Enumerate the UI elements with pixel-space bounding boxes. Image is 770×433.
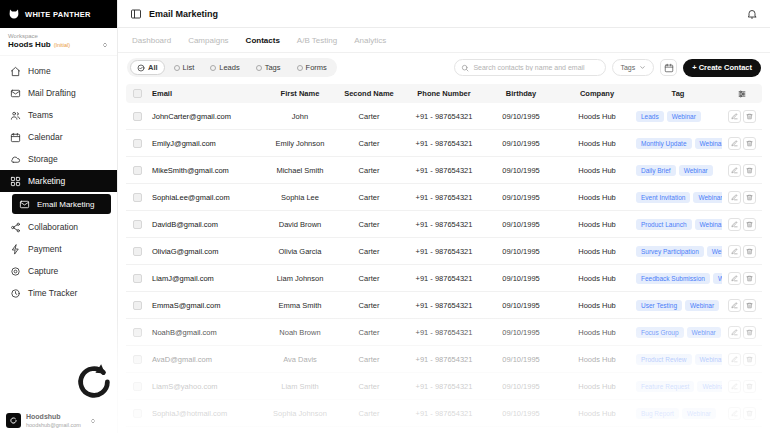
cell-tags: User TestingWebinar — [634, 292, 722, 319]
tag-chip: Webinar — [682, 408, 716, 419]
filter-all[interactable]: All — [130, 60, 165, 75]
cell-email: MikeSmith@gmail.com — [148, 157, 268, 184]
search-input[interactable] — [473, 64, 599, 71]
edit-row-button[interactable] — [728, 218, 741, 231]
sidebar-item-calendar[interactable]: Calendar — [0, 126, 117, 148]
edit-row-button[interactable] — [728, 326, 741, 339]
edit-row-button[interactable] — [728, 407, 741, 420]
filter-forms[interactable]: Forms — [290, 60, 334, 75]
edit-row-button[interactable] — [728, 191, 741, 204]
cell-company: Hoods Hub — [560, 130, 634, 157]
delete-row-button[interactable] — [743, 299, 756, 312]
delete-row-button[interactable] — [743, 245, 756, 258]
sidebar-item-collaboration[interactable]: Collaboration — [0, 216, 117, 238]
edit-row-button[interactable] — [728, 245, 741, 258]
row-checkbox[interactable] — [133, 139, 142, 148]
cell-first-name: Olivia Garcia — [268, 238, 332, 265]
delete-row-button[interactable] — [743, 164, 756, 177]
delete-row-button[interactable] — [743, 191, 756, 204]
row-checkbox[interactable] — [133, 382, 142, 391]
col-second-name[interactable]: Second Name — [332, 84, 406, 103]
delete-row-button[interactable] — [743, 218, 756, 231]
tab-campaigns[interactable]: Campaigns — [188, 36, 228, 45]
row-checkbox[interactable] — [133, 328, 142, 337]
row-checkbox[interactable] — [133, 355, 142, 364]
col-company[interactable]: Company — [560, 84, 634, 103]
sidebar-item-label: Mail Drafting — [28, 88, 76, 98]
edit-row-button[interactable] — [728, 137, 741, 150]
delete-row-button[interactable] — [743, 137, 756, 150]
cell-second-name: Carter — [332, 346, 406, 373]
tab-contacts[interactable]: Contacts — [246, 36, 280, 45]
notifications-bell-icon[interactable] — [746, 8, 758, 20]
tab-analytics[interactable]: Analytics — [354, 36, 386, 45]
delete-row-button[interactable] — [743, 110, 756, 123]
filter-list[interactable]: List — [167, 60, 202, 75]
filter-leads[interactable]: Leads — [203, 60, 246, 75]
workspace-switcher[interactable]: Workspace Hoods Hub (Initial) — [0, 28, 117, 56]
row-checkbox[interactable] — [133, 247, 142, 256]
brand-bar: WHITE PANTHER — [0, 0, 117, 28]
tag-chip: Monthly Update — [636, 138, 692, 149]
col-phone-number[interactable]: Phone Number — [406, 84, 482, 103]
create-contact-button[interactable]: + Create Contact — [683, 59, 761, 77]
col-email[interactable]: Email — [148, 84, 268, 103]
sidebar-item-time-tracker[interactable]: Time Tracker — [0, 282, 117, 304]
delete-row-button[interactable] — [743, 380, 756, 393]
page-title: Email Marketing — [149, 9, 218, 19]
sidebar-item-teams[interactable]: Teams — [0, 104, 117, 126]
cell-second-name: Carter — [332, 238, 406, 265]
calendar-filter-button[interactable] — [660, 59, 677, 76]
row-checkbox[interactable] — [133, 112, 142, 121]
panel-toggle-icon[interactable] — [130, 8, 142, 20]
row-checkbox[interactable] — [133, 409, 142, 418]
tag-chip: Webinar — [687, 327, 721, 338]
sidebar-item-marketing[interactable]: Marketing — [0, 170, 117, 192]
row-checkbox[interactable] — [133, 193, 142, 202]
select-all-checkbox[interactable] — [133, 89, 142, 98]
sidebar-item-home[interactable]: Home — [0, 60, 117, 82]
row-checkbox[interactable] — [133, 220, 142, 229]
col-first-name[interactable]: First Name — [268, 84, 332, 103]
sidebar-item-email-marketing[interactable]: Email Marketing — [12, 194, 111, 214]
cell-phone: +91 - 987654321 — [406, 400, 482, 427]
tags-dropdown[interactable]: Tags — [612, 59, 654, 76]
tag-chip: Webinar — [679, 165, 713, 176]
tag-chip: User Testing — [636, 300, 682, 311]
chevron-updown-icon[interactable] — [89, 417, 97, 425]
col-tag[interactable]: Tag — [634, 84, 722, 103]
sidebar-item-mail-drafting[interactable]: Mail Drafting — [0, 82, 117, 104]
table-row: DavidB@gmail.comDavid BrownCarter+91 - 9… — [126, 211, 762, 238]
row-checkbox[interactable] — [133, 166, 142, 175]
cell-phone: +91 - 987654321 — [406, 373, 482, 400]
delete-row-button[interactable] — [743, 326, 756, 339]
filter-tags[interactable]: Tags — [249, 60, 288, 75]
column-settings-icon[interactable] — [737, 89, 747, 99]
sidebar-item-capture[interactable]: Capture — [0, 260, 117, 282]
edit-row-button[interactable] — [728, 272, 741, 285]
edit-row-button[interactable] — [728, 380, 741, 393]
sidebar-item-storage[interactable]: Storage — [0, 148, 117, 170]
col-birthday[interactable]: Birthday — [482, 84, 560, 103]
delete-row-button[interactable] — [743, 407, 756, 420]
row-checkbox[interactable] — [133, 301, 142, 310]
cell-email: SophiaJ@hotmail.com — [148, 400, 268, 427]
row-checkbox[interactable] — [133, 274, 142, 283]
delete-row-button[interactable] — [743, 353, 756, 366]
chevron-updown-icon[interactable] — [101, 41, 109, 49]
cell-first-name: Emily Johnson — [268, 130, 332, 157]
delete-row-button[interactable] — [743, 272, 756, 285]
user-profile[interactable]: Hoodshub hoodshub@gmail.com — [6, 413, 97, 428]
tab-ab-testing[interactable]: A/B Testing — [297, 36, 337, 45]
cell-first-name: David Brown — [268, 211, 332, 238]
tab-dashboard[interactable]: Dashboard — [132, 36, 171, 45]
sidebar-item-label: Payment — [28, 244, 62, 254]
edit-row-button[interactable] — [728, 299, 741, 312]
cell-company: Hoods Hub — [560, 103, 634, 130]
edit-row-button[interactable] — [728, 164, 741, 177]
cell-tags: Product ReviewWebinar — [634, 346, 722, 373]
edit-row-button[interactable] — [728, 110, 741, 123]
edit-row-button[interactable] — [728, 353, 741, 366]
sidebar-item-label: Marketing — [28, 176, 65, 186]
sidebar-item-payment[interactable]: Payment — [0, 238, 117, 260]
